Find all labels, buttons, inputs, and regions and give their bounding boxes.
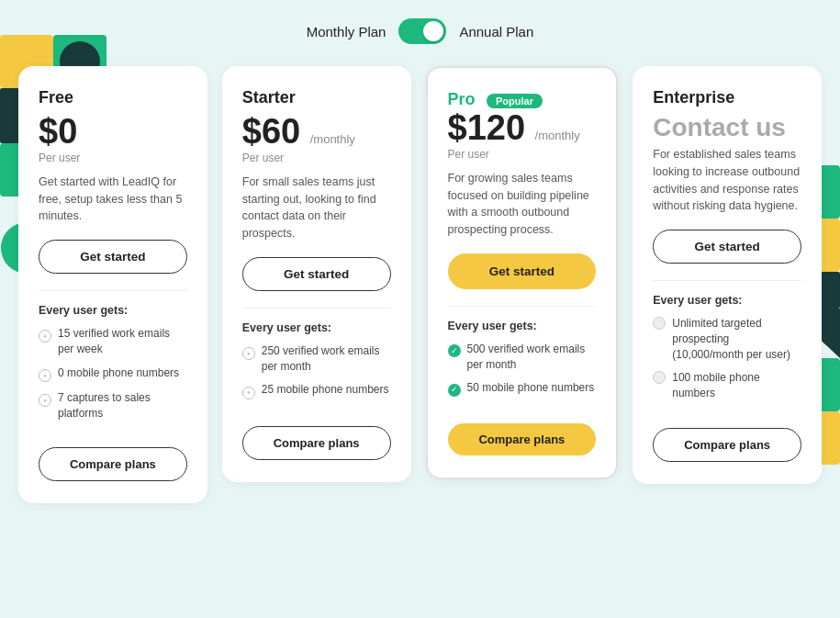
free-per-user: Per user (39, 152, 187, 164)
free-compare-button[interactable]: Compare plans (39, 447, 187, 481)
pro-feature-list: ✓ 500 verified work emails per month ✓ 5… (448, 342, 597, 405)
enterprise-feature-2-icon (653, 371, 666, 388)
free-feature-2: ● 0 mobile phone numbers (39, 365, 187, 382)
starter-divider (242, 308, 391, 309)
starter-cta-button[interactable]: Get started (242, 257, 391, 291)
monthly-plan-label: Monthly Plan (307, 24, 386, 39)
billing-toggle[interactable] (398, 18, 446, 44)
pro-plan-price: $120 /monthly (448, 109, 597, 148)
starter-feature-1-icon: ● (242, 344, 255, 360)
enterprise-feature-1-icon (653, 317, 666, 334)
starter-plan-price: $60 /monthly (242, 113, 391, 152)
starter-plan-name: Starter (242, 88, 391, 107)
enterprise-plan-price: Contact us (653, 113, 801, 142)
starter-compare-button[interactable]: Compare plans (242, 426, 391, 460)
free-feature-2-icon: ● (39, 366, 51, 382)
free-features-heading: Every user gets: (39, 304, 187, 317)
starter-feature-2-icon: ● (242, 383, 255, 399)
toggle-knob (423, 21, 443, 41)
pro-feature-2: ✓ 50 mobile phone numbers (448, 380, 597, 397)
pro-cta-button[interactable]: Get started (448, 253, 597, 289)
plans-container: Free $0 Per user Get started with LeadIQ… (18, 66, 822, 503)
pro-feature-1: ✓ 500 verified work emails per month (448, 342, 597, 373)
free-feature-list: ● 15 verified work emails per week ● 0 m… (39, 326, 187, 429)
enterprise-compare-button[interactable]: Compare plans (653, 428, 801, 462)
starter-features-heading: Every user gets: (242, 321, 391, 334)
enterprise-feature-list: Unlimited targeted prospecting (10,000/m… (653, 316, 801, 410)
enterprise-plan-card: Enterprise Contact us For established sa… (633, 66, 822, 484)
enterprise-cta-button[interactable]: Get started (653, 230, 801, 264)
starter-description: For small sales teams just starting out,… (242, 174, 391, 242)
enterprise-features-heading: Every user gets: (653, 294, 801, 307)
free-cta-button[interactable]: Get started (39, 240, 187, 274)
free-feature-3: ● 7 captures to sales platforms (39, 390, 187, 421)
free-plan-card: Free $0 Per user Get started with LeadIQ… (18, 66, 207, 503)
popular-badge: Popular (487, 94, 543, 108)
pro-description: For growing sales teams focused on build… (448, 170, 597, 239)
pro-features-heading: Every user gets: (448, 320, 597, 332)
pro-plan-header: Pro Popular (448, 90, 597, 109)
enterprise-divider (653, 280, 801, 281)
pro-feature-2-icon: ✓ (448, 381, 461, 397)
starter-plan-card: Starter $60 /monthly Per user For small … (222, 66, 411, 482)
enterprise-description: For established sales teams looking to i… (653, 146, 801, 215)
pro-plan-name: Pro (448, 90, 476, 108)
starter-feature-1: ● 250 verified work emails per month (242, 343, 391, 375)
free-description: Get started with LeadIQ for free, setup … (39, 174, 187, 225)
free-feature-1-icon: ● (39, 327, 51, 343)
free-divider (39, 290, 187, 291)
enterprise-feature-1: Unlimited targeted prospecting (10,000/m… (653, 316, 801, 362)
starter-feature-list: ● 250 verified work emails per month ● 2… (242, 343, 391, 408)
pro-divider (448, 306, 597, 307)
pro-compare-button[interactable]: Compare plans (448, 423, 597, 455)
starter-per-user: Per user (242, 152, 391, 164)
pro-per-user: Per user (448, 148, 597, 161)
enterprise-feature-2: 100 mobile phone numbers (653, 370, 801, 401)
free-feature-3-icon: ● (39, 391, 51, 407)
pro-plan-card: Pro Popular $120 /monthly Per user For g… (426, 66, 619, 479)
free-plan-name: Free (39, 88, 187, 107)
billing-toggle-container: Monthly Plan Annual Plan (18, 18, 822, 44)
pro-feature-1-icon: ✓ (448, 343, 461, 358)
starter-feature-2: ● 25 mobile phone numbers (242, 382, 391, 399)
enterprise-plan-name: Enterprise (653, 88, 801, 107)
free-plan-price: $0 (39, 113, 187, 152)
annual-plan-label: Annual Plan (459, 24, 533, 39)
free-feature-1: ● 15 verified work emails per week (39, 326, 187, 357)
